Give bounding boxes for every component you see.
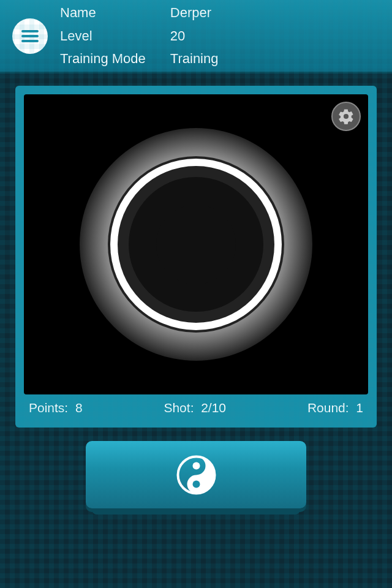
round-value: 1 (356, 401, 363, 415)
menu-button[interactable] (12, 18, 48, 54)
svg-point-5 (192, 480, 200, 488)
shot-display: Shot: 2/10 (164, 401, 226, 415)
name-value: Derper (170, 1, 219, 24)
gear-icon (337, 108, 355, 125)
settings-button[interactable] (331, 102, 361, 131)
level-label: Level (60, 24, 146, 47)
points-display: Points: 8 (29, 401, 83, 415)
game-card: Points: 8 Shot: 2/10 Round: 1 (15, 86, 377, 428)
menu-icon (20, 26, 40, 46)
mode-label: Training Mode (60, 47, 146, 70)
target-canvas (24, 94, 368, 394)
header-info: Name Level Training Mode Derper 20 Train… (60, 1, 218, 70)
points-value: 8 (75, 401, 83, 415)
shot-value: 2/10 (201, 401, 226, 415)
round-display: Round: 1 (307, 401, 363, 415)
fire-button[interactable] (86, 441, 306, 508)
header-labels: Name Level Training Mode (60, 1, 146, 70)
target-inner (156, 205, 236, 284)
target-ring (129, 177, 263, 312)
name-label: Name (60, 1, 146, 24)
mode-value: Training (170, 47, 219, 70)
header: Name Level Training Mode Derper 20 Train… (0, 0, 392, 74)
header-values: Derper 20 Training (170, 1, 219, 70)
round-label: Round: (307, 401, 349, 415)
main-content: Points: 8 Shot: 2/10 Round: 1 (0, 74, 392, 521)
level-value: 20 (170, 24, 219, 47)
fire-button-wrap (11, 441, 381, 508)
shot-label: Shot: (164, 401, 194, 415)
points-label: Points: (29, 401, 68, 415)
svg-rect-2 (21, 40, 39, 42)
svg-rect-0 (21, 30, 39, 32)
svg-point-4 (192, 462, 200, 469)
fire-icon (176, 455, 216, 495)
svg-rect-1 (21, 35, 39, 37)
stats-row: Points: 8 Shot: 2/10 Round: 1 (24, 394, 368, 419)
